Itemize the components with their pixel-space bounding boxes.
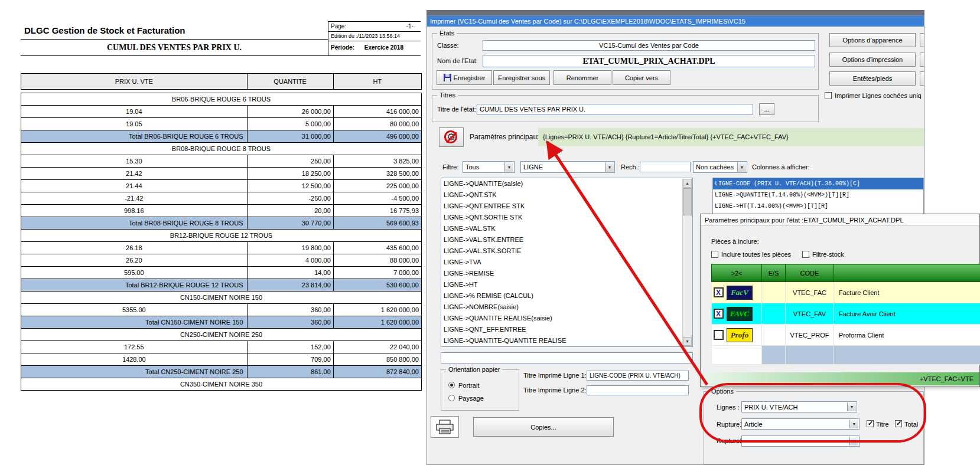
dialog-titlebar[interactable]: Imprimer (VC15-Cumul des Ventes par Code… — [427, 16, 924, 27]
inclure-toutes-pieces-checkbox[interactable] — [711, 251, 718, 258]
rech-input[interactable] — [640, 162, 691, 172]
field-list-item[interactable]: LIGNE->QUANTITE(saisie) — [441, 178, 692, 189]
field-entry-input[interactable] — [441, 352, 693, 364]
fields-listbox[interactable]: LIGNE->QUANTITE(saisie)LIGNE->QNT.STKLIG… — [441, 178, 693, 347]
filtre-stock-checkbox[interactable] — [802, 251, 809, 258]
enregistrer-sous-button[interactable]: Enregistrer sous — [493, 70, 550, 85]
field-list-item[interactable]: LIGNE->NOMBRE(saisie) — [441, 302, 692, 313]
report-cell: 360,00 — [247, 304, 333, 316]
nom-etat-field[interactable]: ETAT_CUMUL_PRIX_ACHAT.DPL — [483, 55, 815, 67]
report-cell: 3 825,00 — [333, 155, 421, 168]
lignes-combo[interactable]: PRIX U. VTE/ACH — [741, 401, 857, 412]
report-total-row: Total CN250-CIMENT NOIRE 250861,00872 84… — [21, 366, 422, 378]
scroll-down-icon[interactable] — [683, 337, 692, 346]
selected-column-item[interactable]: LIGNE->HT(T.14.00%)(<MVM>)[T][R] — [713, 201, 923, 212]
visibility-combo[interactable]: Non cachées — [693, 161, 747, 173]
scrollbar-thumb[interactable] — [683, 188, 692, 215]
field-list-item[interactable]: LIGNE->VAL.STK — [441, 223, 692, 234]
chevron-down-icon[interactable] — [849, 437, 858, 446]
copies-button[interactable]: Copies... — [473, 417, 614, 437]
report-data-row: -21.42-250,00-4 500,00 — [21, 192, 422, 205]
titre-ligne1-label: Titre Imprimé Ligne 1: — [523, 372, 587, 379]
chevron-down-icon[interactable] — [605, 162, 614, 172]
report-data-row: 26.204 000,0088 000,00 — [21, 254, 422, 267]
field-list-item[interactable]: LIGNE->% REMISE (CALCUL) — [441, 290, 692, 302]
chevron-down-icon[interactable] — [737, 162, 746, 172]
cut-button-sliver[interactable] — [920, 53, 924, 67]
field-list-item[interactable]: LIGNE->QUANTITE-QUANTITE REALISE — [441, 335, 692, 346]
titre-checkbox[interactable] — [867, 420, 874, 427]
titre-ligne2-field[interactable] — [587, 385, 689, 395]
entity-combo-value: LIGNE — [521, 162, 614, 172]
rupture1-combo[interactable]: Article — [741, 418, 859, 430]
titre-more-button[interactable]: ... — [759, 103, 774, 115]
field-list-item[interactable]: LIGNE->TVA — [441, 257, 692, 268]
chevron-down-icon[interactable] — [504, 162, 513, 172]
report-cell: 7 000,00 — [333, 267, 421, 279]
titre-etat-field[interactable]: CUMUL DES VENTES PAR PRIX U. — [477, 104, 753, 114]
report-edition-date: Edition du :/11/2023 13:58:14 — [328, 32, 421, 41]
entity-combo[interactable]: LIGNE — [520, 161, 615, 173]
field-list-item[interactable]: LIGNE->QNT_EFF.ENTREE — [441, 324, 692, 335]
piece-checkbox[interactable] — [714, 309, 724, 319]
report-data-row: 172.55152,0022 040,00 — [21, 341, 422, 353]
field-list-item[interactable]: LIGNE->HT — [441, 279, 692, 290]
button-label: Enregistrer sous — [498, 74, 545, 81]
copier-vers-button[interactable]: Copier vers — [613, 70, 670, 85]
report-page-label: Page: — [331, 22, 346, 31]
selected-column-item[interactable]: LIGNE->QUANTITE(T.14.00%)(<MVM>)[T][R] — [713, 189, 923, 201]
report-group-header-row: CN350-CIMENT NOIRE 350 — [21, 378, 422, 391]
pieces-column-header: >2< — [712, 264, 762, 282]
report-total-cell: 861,00 — [247, 366, 333, 378]
chevron-down-icon[interactable] — [847, 402, 856, 411]
filtre-combo[interactable]: Tous — [463, 161, 515, 173]
cut-button-sliver[interactable] — [920, 71, 924, 86]
report-total-row: Total BR06-BRIQUE ROUGE 6 TROUS31 000,00… — [21, 130, 422, 143]
portrait-radio[interactable] — [448, 382, 455, 388]
field-list-item[interactable]: LIGNE->QNT.STK — [441, 189, 692, 201]
titre-ligne1-field[interactable]: LIGNE-CODE (PRIX U. VTE/ACH) — [587, 371, 689, 381]
options-impression-button[interactable]: Options d'impression — [829, 53, 916, 67]
parametres-principaux-label[interactable]: Paramètres principaux — [470, 133, 541, 141]
piece-checkbox[interactable] — [714, 287, 724, 297]
total-checkbox[interactable] — [895, 420, 902, 427]
report-total-cell: 496 000,00 — [333, 130, 421, 143]
imprimer-lignes-cochees-checkbox[interactable] — [825, 92, 832, 99]
fields-listbox-scrollbar[interactable] — [682, 179, 692, 346]
report-cell: -4 500,00 — [333, 192, 421, 205]
selected-column-item[interactable]: LIGNE-CODE (PRIX U. VTE/ACH)(T.36.00%)[C… — [713, 178, 923, 189]
enregistrer-button[interactable]: Enregistrer — [437, 70, 492, 85]
field-list-item[interactable]: LIGNE->QUANTITE REALISE(saisie) — [441, 313, 692, 324]
entetes-pieds-button[interactable]: Entêtes/pieds — [829, 71, 916, 86]
field-list-item[interactable]: LIGNE->REMISE — [441, 268, 692, 279]
classe-field[interactable]: VC15-Cumul des Ventes par Code — [483, 40, 815, 51]
report-cell: 19.04 — [21, 106, 248, 118]
field-list-item[interactable]: LIGNE->QNT.SORTIE STK — [441, 212, 692, 223]
piece-code-cell: VTEC_FAC — [786, 282, 834, 303]
rupture2-combo[interactable] — [741, 435, 859, 447]
imprimer-lignes-cochees-label: Imprimer Lignes cochées uniq — [835, 92, 922, 99]
report-group-header-row: CN150-CIMENT NOIRE 150 — [21, 292, 422, 304]
report-cell: 328 500,00 — [333, 168, 421, 180]
subdialog-titlebar[interactable]: Paramètres principaux pour l'état :ETAT_… — [701, 214, 979, 226]
parametres-principaux-icon-button[interactable] — [439, 127, 464, 147]
titres-groupbox: Titres Titre de l'état: CUMUL DES VENTES… — [432, 95, 819, 122]
scroll-up-icon[interactable] — [683, 179, 692, 188]
field-list-item[interactable]: LIGNE->VAL.STK.ENTREE — [441, 234, 692, 245]
report-total-row: Total BR12-BRIQUE ROUGE 12 TROUS23 814,0… — [21, 279, 422, 292]
report-group-header-row: BR06-BRIQUE ROUGE 6 TROUS — [21, 93, 422, 106]
options-apparence-button[interactable]: Options d'apparence — [829, 33, 916, 47]
report-total-cell: Total CN150-CIMENT NOIRE 150 — [21, 316, 248, 329]
print-button[interactable] — [431, 416, 459, 438]
field-list-item[interactable]: LIGNE->QNT.ENTREE STK — [441, 201, 692, 212]
report-data-row: 21.4218 250,00328 500,00 — [21, 168, 422, 180]
field-list-item[interactable]: LIGNE->VAL.STK.SORTIE — [441, 245, 692, 257]
piece-checkbox[interactable] — [714, 330, 724, 340]
button-label: Copier vers — [625, 74, 658, 81]
report-total-cell: 569 600,93 — [333, 217, 421, 230]
chevron-down-icon[interactable] — [849, 420, 858, 428]
nom-etat-label: Nom de l'Etat: — [437, 57, 478, 64]
renommer-button[interactable]: Renommer — [554, 70, 611, 85]
cut-button-sliver[interactable] — [920, 33, 924, 47]
paysage-radio[interactable] — [448, 395, 455, 401]
